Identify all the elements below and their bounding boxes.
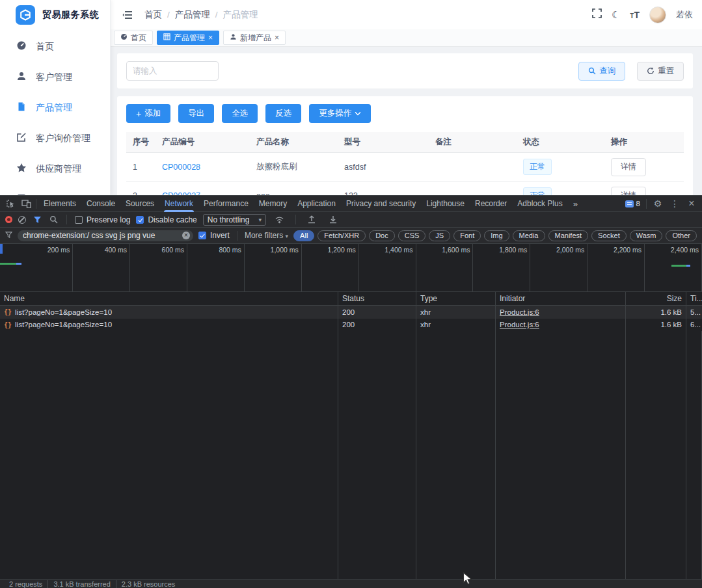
more-tabs-icon[interactable]: » <box>568 199 583 209</box>
sidebar-item-suppliers[interactable]: 供应商管理 <box>0 154 110 184</box>
dark-mode-icon[interactable]: ☾ <box>612 10 620 20</box>
export-har-icon[interactable] <box>325 212 341 228</box>
request-type-chip[interactable]: All <box>293 230 314 241</box>
filter-text-input[interactable] <box>23 231 178 240</box>
devtools-tab[interactable]: Application <box>292 196 341 212</box>
kebab-menu-icon[interactable]: ⋮ <box>667 196 682 211</box>
network-column-header[interactable]: Type <box>416 292 496 305</box>
devtools-tab[interactable]: Memory <box>254 196 292 212</box>
sidebar: 贸易服务系统 首页 客户管理 产品管理 客户询价管理 <box>0 0 111 195</box>
request-type-chip[interactable]: Fetch/XHR <box>317 230 366 241</box>
settings-gear-icon[interactable]: ⚙ <box>650 196 666 211</box>
devtools-tab[interactable]: Adblock Plus <box>512 196 567 212</box>
network-timeline-overview[interactable]: 200 ms400 ms600 ms800 ms1,000 ms1,200 ms… <box>0 244 702 292</box>
request-type-chip[interactable]: Manifest <box>548 230 589 241</box>
console-messages-badge[interactable]: 8 <box>623 200 643 207</box>
devtools-tab[interactable]: Recorder <box>470 196 512 212</box>
select-all-button[interactable]: 全选 <box>222 104 258 123</box>
breadcrumb-item[interactable]: 首页 <box>144 9 162 21</box>
request-type-chip[interactable]: Wasm <box>630 230 663 241</box>
request-type-chip[interactable]: JS <box>429 230 450 241</box>
detail-button[interactable]: 详情 <box>611 187 646 196</box>
record-network-log-icon[interactable] <box>5 216 12 223</box>
import-har-icon[interactable] <box>304 212 319 228</box>
product-column-header: 产品名称 <box>250 137 338 148</box>
sidebar-item-customers[interactable]: 客户管理 <box>0 62 110 92</box>
request-type-chip[interactable]: Doc <box>369 230 395 241</box>
initiator-link[interactable]: Product.js:6 <box>500 321 539 328</box>
devtools-tab[interactable]: Network <box>159 196 198 212</box>
invert-label: Invert <box>210 231 230 240</box>
request-type-chip[interactable]: Socket <box>591 230 627 241</box>
device-toolbar-icon[interactable] <box>18 196 34 211</box>
sidebar-item-partial[interactable] <box>0 184 110 195</box>
export-button[interactable]: 导出 <box>178 104 214 123</box>
breadcrumb-item[interactable]: 产品管理 <box>162 9 210 21</box>
product-code-link[interactable]: CP000028 <box>162 163 200 172</box>
view-tab-new-product[interactable]: 新增产品 × <box>223 31 286 45</box>
search-input[interactable] <box>126 61 219 81</box>
network-request-row-2[interactable]: {}list?pageNo=1&pageSize=10 200 xhr Prod… <box>0 319 702 332</box>
devtools-tab[interactable]: Console <box>81 196 120 212</box>
trade-app: 贸易服务系统 首页 客户管理 产品管理 客户询价管理 <box>0 0 702 195</box>
network-column-header[interactable]: Name <box>0 292 338 305</box>
sidebar-item-home[interactable]: 首页 <box>0 31 110 62</box>
network-column-header[interactable]: Size <box>626 292 686 305</box>
fullscreen-icon[interactable] <box>592 8 602 21</box>
status-bar-item: 2 requests <box>4 580 47 588</box>
username[interactable]: 若依 <box>676 9 693 21</box>
sidebar-item-inquiries[interactable]: 客户询价管理 <box>0 123 110 154</box>
filter-icon[interactable] <box>32 212 42 228</box>
request-type-chip[interactable]: Font <box>453 230 481 241</box>
disable-cache-checkbox[interactable]: Disable cache <box>136 215 196 224</box>
avatar[interactable] <box>649 7 666 23</box>
close-tab-icon[interactable]: × <box>275 34 279 42</box>
request-name[interactable]: list?pageNo=1&pageSize=10 <box>15 321 112 328</box>
detail-button[interactable]: 详情 <box>611 158 646 176</box>
clear-network-log-icon[interactable] <box>18 216 26 224</box>
network-column-header[interactable]: Ti... <box>686 292 702 305</box>
devtools-tab[interactable]: Lighthouse <box>421 196 470 212</box>
devtools-tab[interactable]: Performance <box>198 196 254 212</box>
chevron-down-icon: ▾ <box>286 233 289 239</box>
reset-button[interactable]: 重置 <box>637 62 684 81</box>
product-name: 放擦粉底刷 <box>250 161 338 172</box>
sidebar-item-products[interactable]: 产品管理 <box>0 92 110 123</box>
network-request-row-1[interactable]: {}list?pageNo=1&pageSize=10 200 xhr Prod… <box>0 306 702 319</box>
collapse-sidebar-icon[interactable] <box>120 7 135 23</box>
font-size-icon[interactable]: TT <box>630 10 640 20</box>
devtools-tab[interactable]: Sources <box>120 196 159 212</box>
message-count: 8 <box>636 200 640 207</box>
invert-selection-button[interactable]: 反选 <box>265 104 301 123</box>
devtools-tab[interactable]: Privacy and security <box>341 196 421 212</box>
preserve-log-checkbox[interactable]: Preserve log <box>75 215 130 224</box>
product-row-1[interactable]: 1 CP000028 放擦粉底刷 asfdsf 正常 详情 <box>126 153 684 181</box>
query-button[interactable]: 查询 <box>578 62 625 81</box>
product-row-2[interactable]: 2 CP000027 aaa 123 正常 详情 <box>126 181 684 195</box>
close-devtools-icon[interactable]: × <box>684 196 699 211</box>
initiator-link[interactable]: Product.js:6 <box>500 308 539 316</box>
view-tab-home[interactable]: 首页 <box>114 31 153 45</box>
product-table-header: 序号产品编号产品名称型号备注状态操作 <box>126 132 684 153</box>
close-tab-icon[interactable]: × <box>208 34 213 42</box>
inspect-element-icon[interactable] <box>3 196 18 211</box>
throttling-select[interactable]: No throttling ▾ <box>203 214 266 226</box>
network-column-header[interactable]: Initiator <box>496 292 626 305</box>
add-button[interactable]: +添加 <box>126 104 170 123</box>
network-conditions-icon[interactable] <box>272 212 288 228</box>
more-actions-button[interactable]: 更多操作 <box>309 104 371 123</box>
breadcrumb: 首页产品管理产品管理 <box>144 9 258 21</box>
request-name[interactable]: list?pageNo=1&pageSize=10 <box>15 308 112 316</box>
view-tab-products[interactable]: 产品管理 × <box>157 31 219 45</box>
clear-filter-icon[interactable]: × <box>182 232 190 239</box>
search-network-icon[interactable] <box>48 212 59 228</box>
request-type-chip[interactable]: CSS <box>398 230 426 241</box>
invert-checkbox[interactable]: Invert <box>198 231 230 240</box>
network-column-header[interactable]: Status <box>338 292 416 305</box>
breadcrumb-item[interactable]: 产品管理 <box>210 9 258 21</box>
more-filters-button[interactable]: More filters ▾ <box>245 231 288 240</box>
request-type-chip[interactable]: Img <box>484 230 509 241</box>
devtools-tab[interactable]: Elements <box>38 196 81 212</box>
request-type-chip[interactable]: Media <box>513 230 545 241</box>
request-type-chip[interactable]: Other <box>666 230 697 241</box>
